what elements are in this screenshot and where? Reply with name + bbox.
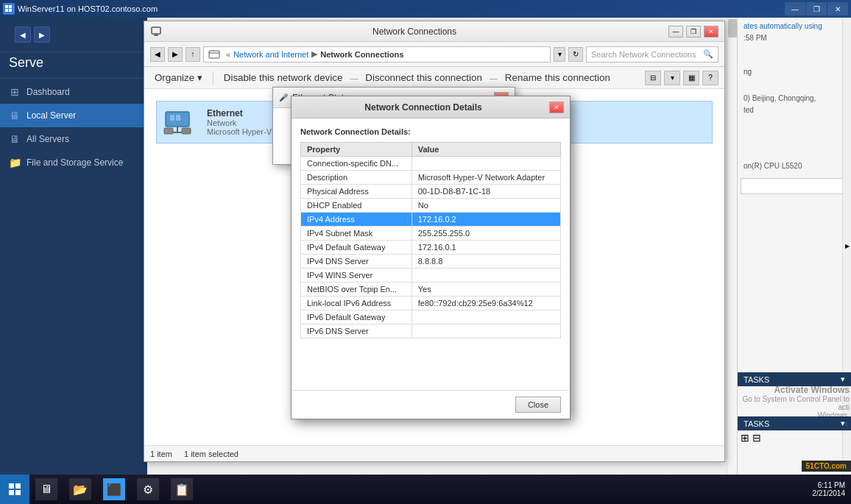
ncd-cell-value-9: Yes bbox=[412, 283, 560, 297]
taskbar-btn-3[interactable]: ⬛ bbox=[97, 475, 131, 504]
os-close-btn[interactable]: ✕ bbox=[827, 2, 848, 15]
ncd-cell-value-2: 00-1D-D8-B7-1C-18 bbox=[412, 185, 560, 199]
ncd-cell-value-4: 172.16.0.2 bbox=[412, 213, 560, 227]
ncd-row-0[interactable]: Connection-specific DN... bbox=[301, 157, 561, 171]
grid-icon-2[interactable]: ⊟ bbox=[752, 432, 761, 444]
nc-disconnect-btn[interactable]: Disconnect this connection bbox=[361, 71, 487, 85]
nc-view-btns: ⊟ ▾ ▦ ? bbox=[645, 71, 718, 85]
os-minimize-btn[interactable]: — bbox=[785, 2, 805, 15]
nc-refresh-btn[interactable]: ↻ bbox=[568, 47, 583, 62]
ncd-details-table: Property Value Connection-specific DN...… bbox=[300, 142, 561, 338]
ncd-title: Network Connection Details bbox=[297, 102, 549, 113]
activate-windows-panel: Activate Windows Go to System in Control… bbox=[739, 385, 850, 427]
main-scrollbar[interactable] bbox=[727, 18, 737, 475]
right-panel-spacer-1 bbox=[744, 44, 845, 66]
nc-restore-btn[interactable]: ❐ bbox=[686, 26, 701, 38]
taskbar-btn-2[interactable]: 📂 bbox=[63, 475, 97, 504]
ncd-row-2[interactable]: Physical Address00-1D-D8-B7-1C-18 bbox=[301, 185, 561, 199]
ncd-row-9[interactable]: NetBIOS over Tcpip En...Yes bbox=[301, 283, 561, 297]
nc-forward-btn[interactable]: ▶ bbox=[168, 47, 183, 62]
ncd-row-6[interactable]: IPv4 Default Gateway172.16.0.1 bbox=[301, 241, 561, 255]
nc-view-btn-2[interactable]: ▾ bbox=[664, 71, 680, 85]
taskbar-time: 6:11 PM 2/21/2014 bbox=[813, 481, 846, 497]
right-panel-spacer-3 bbox=[744, 116, 845, 160]
nc-toolbar: Organize ▾ Disable this network device —… bbox=[144, 67, 724, 89]
bottom-icons: ⊞ ⊟ bbox=[741, 432, 761, 444]
sidebar-item-file-storage[interactable]: 📁 File and Storage Service bbox=[0, 151, 147, 174]
nc-minimize-btn[interactable]: — bbox=[668, 26, 683, 38]
ncd-close-footer-btn[interactable]: Close bbox=[515, 397, 561, 413]
nc-up-btn[interactable]: ↑ bbox=[186, 47, 200, 62]
taskbar-btn-1[interactable]: 🖥 bbox=[29, 475, 63, 504]
os-restore-btn[interactable]: ❐ bbox=[806, 2, 827, 15]
nc-window-icon bbox=[150, 26, 162, 38]
date-display: 2/21/2014 bbox=[813, 489, 846, 497]
os-window-controls: — ❐ ✕ bbox=[785, 2, 848, 15]
taskbar-right: 6:11 PM 2/21/2014 bbox=[813, 481, 852, 497]
sm-back-btn[interactable]: ◀ bbox=[15, 26, 31, 43]
right-panel: ates automatically using :58 PM ng 0) Be… bbox=[737, 18, 851, 475]
svg-rect-14 bbox=[164, 128, 173, 134]
scrollbar-thumb bbox=[728, 19, 737, 38]
sidebar-item-dashboard[interactable]: ⊞ Dashboard bbox=[0, 80, 147, 104]
server-manager-sidebar: ◀ ▶ Serve ⊞ Dashboard 🖥 Local Server 🖥 A… bbox=[0, 18, 147, 475]
nc-breadcrumb: « Network and Internet ▶ Network Connect… bbox=[203, 46, 551, 63]
grid-icon-1[interactable]: ⊞ bbox=[741, 432, 749, 444]
right-panel-line-4: 0) Beijing, Chongqing, bbox=[744, 93, 845, 104]
nc-view-btn-1[interactable]: ⊟ bbox=[645, 71, 661, 85]
nc-close-btn[interactable]: ✕ bbox=[704, 26, 718, 38]
ncd-cell-property-8: IPv4 WINS Server bbox=[301, 269, 412, 283]
ncd-row-11[interactable]: IPv6 Default Gateway bbox=[301, 310, 561, 324]
ncd-cell-property-9: NetBIOS over Tcpip En... bbox=[301, 283, 412, 297]
ncd-row-8[interactable]: IPv4 WINS Server bbox=[301, 269, 561, 283]
ncd-cell-property-0: Connection-specific DN... bbox=[301, 157, 412, 171]
local-server-icon: 🖥 bbox=[9, 110, 21, 121]
svg-rect-4 bbox=[152, 27, 160, 34]
ncd-dialog: Network Connection Details ✕ Network Con… bbox=[291, 96, 571, 419]
ncd-row-3[interactable]: DHCP EnabledNo bbox=[301, 199, 561, 213]
ncd-cell-value-3: No bbox=[412, 199, 560, 213]
nc-dropdown-btn[interactable]: ▾ bbox=[554, 47, 565, 62]
ncd-row-1[interactable]: DescriptionMicrosoft Hyper-V Network Ada… bbox=[301, 171, 561, 185]
sm-forward-btn[interactable]: ▶ bbox=[34, 26, 50, 43]
nc-disable-btn[interactable]: Disable this network device bbox=[219, 71, 347, 85]
nc-organize-btn[interactable]: Organize ▾ bbox=[150, 71, 207, 85]
os-title: WinServer11 on HOST02.contoso.com bbox=[18, 4, 785, 13]
activate-text2: Windows. bbox=[739, 411, 850, 419]
ncd-footer: Close bbox=[292, 390, 570, 419]
ncd-close-title-btn[interactable]: ✕ bbox=[549, 102, 564, 113]
nc-back-btn[interactable]: ◀ bbox=[150, 47, 165, 62]
svg-rect-7 bbox=[209, 51, 219, 58]
ncd-row-10[interactable]: Link-local IPv6 Addressfe80::792d:cb29:2… bbox=[301, 297, 561, 310]
taskbar-btn-5[interactable]: 📋 bbox=[165, 475, 199, 504]
sidebar-item-local-server[interactable]: 🖥 Local Server bbox=[0, 104, 147, 127]
sm-separator-1 bbox=[0, 78, 147, 79]
tasks-dropdown-icon[interactable]: ▾ bbox=[841, 375, 845, 384]
ncd-row-12[interactable]: IPv6 DNS Server bbox=[301, 324, 561, 338]
start-button[interactable] bbox=[0, 475, 29, 504]
nc-title-icon-area bbox=[150, 26, 162, 38]
sidebar-item-all-servers[interactable]: 🖥 All Servers bbox=[0, 127, 147, 151]
breadcrumb-network-internet[interactable]: Network and Internet bbox=[233, 50, 308, 59]
ncd-row-4[interactable]: IPv4 Address172.16.0.2 bbox=[301, 213, 561, 227]
taskbar-icon-3: ⬛ bbox=[103, 478, 125, 500]
ncd-content: Network Connection Details: Property Val… bbox=[292, 118, 570, 390]
os-icon bbox=[3, 3, 15, 15]
right-panel-input[interactable] bbox=[741, 178, 848, 194]
windows-logo bbox=[9, 483, 21, 495]
right-panel-content: ates automatically using :58 PM ng 0) Be… bbox=[738, 18, 851, 175]
ncd-cell-value-12 bbox=[412, 324, 560, 338]
ncd-col-property: Property bbox=[301, 143, 412, 157]
nc-rename-btn[interactable]: Rename this connection bbox=[501, 71, 615, 85]
taskbar-btn-4[interactable]: ⚙ bbox=[131, 475, 165, 504]
ncd-cell-property-10: Link-local IPv6 Address bbox=[301, 297, 412, 310]
right-panel-line-6: on(R) CPU L5520 bbox=[744, 160, 845, 172]
nc-search-box[interactable]: Search Network Connections 🔍 bbox=[586, 46, 718, 63]
activate-link[interactable]: ⊕ bbox=[844, 420, 850, 427]
ncd-row-7[interactable]: IPv4 DNS Server8.8.8.8 bbox=[301, 255, 561, 269]
svg-rect-15 bbox=[182, 128, 191, 134]
nc-view-btn-3[interactable]: ▦ bbox=[683, 71, 699, 85]
ncd-cell-value-11 bbox=[412, 310, 560, 324]
ncd-row-5[interactable]: IPv4 Subnet Mask255.255.255.0 bbox=[301, 227, 561, 241]
nc-help-btn[interactable]: ? bbox=[702, 71, 718, 85]
